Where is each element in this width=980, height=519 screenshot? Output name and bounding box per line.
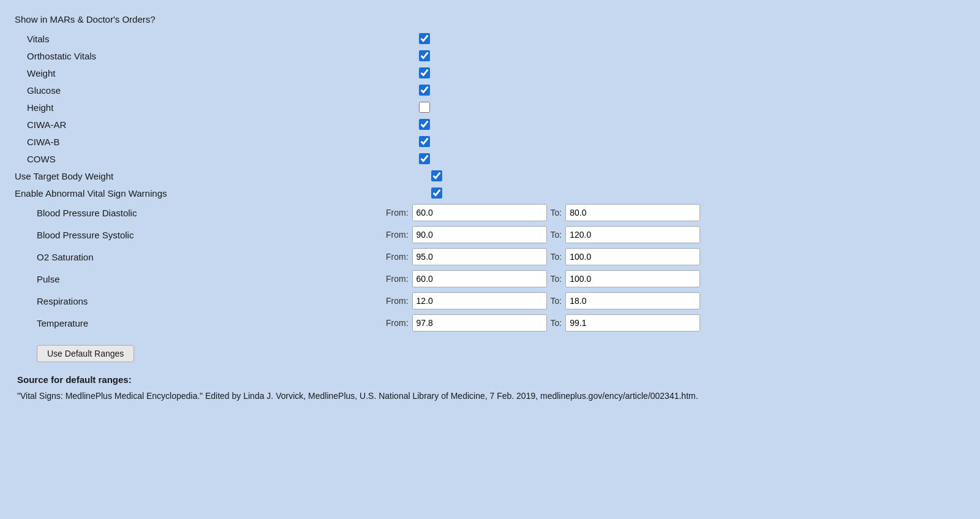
to-label-bp_systolic: To: [551,230,562,240]
checkbox-ciwa_ar[interactable] [419,119,430,130]
from-input-bp_diastolic[interactable] [412,204,547,221]
range-controls-respirations: From:To: [386,292,700,309]
checkbox-row-orthostatic_vitals: Orthostatic Vitals [15,47,872,64]
settings-container: Show in MARs & Doctor's Orders? VitalsOr… [15,12,872,403]
show-in-mars-header-row: Show in MARs & Doctor's Orders? [15,12,872,30]
checkbox-height[interactable] [419,102,430,113]
to-label-pulse: To: [551,274,562,284]
from-label-bp_systolic: From: [386,230,409,240]
vital-range-row-pulse: PulseFrom:To: [15,268,872,290]
from-label-pulse: From: [386,274,409,284]
label-enable_abnormal: Enable Abnormal Vital Sign Warnings [15,188,198,199]
checkbox-row-ciwa_b: CIWA-B [15,133,872,150]
to-input-bp_systolic[interactable] [565,226,700,243]
from-label-bp_diastolic: From: [386,208,409,218]
checkbox-cows[interactable] [419,153,430,164]
to-input-pulse[interactable] [565,270,700,287]
range-controls-bp_systolic: From:To: [386,226,700,243]
from-input-respirations[interactable] [412,292,547,309]
from-label-o2_saturation: From: [386,252,409,262]
to-input-o2_saturation[interactable] [565,248,700,265]
checkbox-row-ciwa_ar: CIWA-AR [15,116,872,133]
from-input-o2_saturation[interactable] [412,248,547,265]
range-controls-temperature: From:To: [386,314,700,331]
checkbox-weight[interactable] [419,67,430,78]
checkbox-ciwa_b[interactable] [419,136,430,147]
to-input-bp_diastolic[interactable] [565,204,700,221]
range-controls-pulse: From:To: [386,270,700,287]
label-glucose: Glucose [27,85,211,96]
source-title: Source for default ranges: [17,374,872,385]
checkboxes-container: VitalsOrthostatic VitalsWeightGlucoseHei… [15,30,872,202]
vital-range-row-respirations: RespirationsFrom:To: [15,290,872,312]
checkbox-orthostatic_vitals[interactable] [419,50,430,61]
vital-range-row-bp_systolic: Blood Pressure SystolicFrom:To: [15,224,872,246]
label-height: Height [27,102,211,113]
checkbox-use_target_body_weight[interactable] [431,170,442,181]
label-orthostatic_vitals: Orthostatic Vitals [27,51,211,61]
label-ciwa_ar: CIWA-AR [27,119,211,130]
vital-range-row-o2_saturation: O2 SaturationFrom:To: [15,246,872,268]
checkbox-row-vitals: Vitals [15,30,872,47]
checkbox-row-height: Height [15,99,872,116]
label-weight: Weight [27,68,211,78]
label-use_target_body_weight: Use Target Body Weight [15,171,198,181]
vital-label-bp_systolic: Blood Pressure Systolic [37,230,208,240]
checkbox-enable_abnormal[interactable] [431,188,442,199]
vital-ranges-container: Blood Pressure DiastolicFrom:To:Blood Pr… [15,202,872,334]
checkbox-row-enable_abnormal: Enable Abnormal Vital Sign Warnings [15,184,872,202]
to-input-respirations[interactable] [565,292,700,309]
vital-label-temperature: Temperature [37,318,208,328]
show-in-mars-label: Show in MARs & Doctor's Orders? [15,14,198,25]
label-vitals: Vitals [27,34,211,44]
range-controls-bp_diastolic: From:To: [386,204,700,221]
checkbox-glucose[interactable] [419,85,430,96]
label-cows: COWS [27,154,211,164]
vital-range-row-bp_diastolic: Blood Pressure DiastolicFrom:To: [15,202,872,224]
to-label-bp_diastolic: To: [551,208,562,218]
vital-range-row-temperature: TemperatureFrom:To: [15,312,872,334]
to-input-temperature[interactable] [565,314,700,331]
vital-label-bp_diastolic: Blood Pressure Diastolic [37,208,208,218]
vital-label-o2_saturation: O2 Saturation [37,252,208,262]
to-label-temperature: To: [551,318,562,328]
from-input-pulse[interactable] [412,270,547,287]
checkbox-row-glucose: Glucose [15,81,872,99]
to-label-o2_saturation: To: [551,252,562,262]
to-label-respirations: To: [551,296,562,306]
from-input-bp_systolic[interactable] [412,226,547,243]
checkbox-row-weight: Weight [15,64,872,81]
from-label-respirations: From: [386,296,409,306]
source-section: Source for default ranges: "Vital Signs:… [15,374,872,403]
from-label-temperature: From: [386,318,409,328]
checkbox-vitals[interactable] [419,33,430,44]
range-controls-o2_saturation: From:To: [386,248,700,265]
checkbox-row-use_target_body_weight: Use Target Body Weight [15,167,872,184]
label-ciwa_b: CIWA-B [27,137,211,147]
from-input-temperature[interactable] [412,314,547,331]
vital-label-respirations: Respirations [37,296,208,306]
use-default-ranges-button[interactable]: Use Default Ranges [37,345,134,362]
source-text: "Vital Signs: MedlinePlus Medical Encycl… [17,390,752,403]
vital-label-pulse: Pulse [37,274,208,284]
checkbox-row-cows: COWS [15,150,872,167]
